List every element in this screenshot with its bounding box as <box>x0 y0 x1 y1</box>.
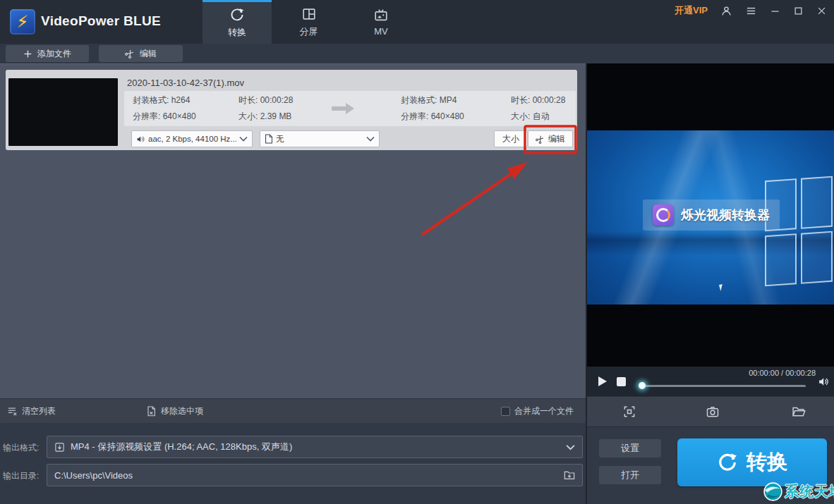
seek-slider[interactable] <box>639 385 806 387</box>
source-resolution-label: 分辨率: <box>133 111 160 121</box>
file-info-panel: 封装格式: h264 分辨率: 640×480 时长: 00:00:28 大小:… <box>124 91 576 126</box>
stop-button[interactable] <box>617 377 626 386</box>
snapshot-camera-icon[interactable] <box>706 405 720 419</box>
edit-toolbar-button[interactable]: 编辑 <box>99 45 183 62</box>
audio-track-select[interactable]: aac, 2 Kbps, 44100 Hz... <box>131 130 253 147</box>
video-frame: 烁光视频转换器 <box>587 130 834 305</box>
preview-tools-bar <box>587 396 834 426</box>
maximize-button[interactable] <box>793 6 804 16</box>
play-button[interactable] <box>598 376 607 386</box>
subtitle-select[interactable]: 无 <box>260 130 380 147</box>
app-title: VideoPower BLUE <box>41 13 161 29</box>
output-format-value: MP4 - 保持源视频设置 (H.264; AAC, 128Kbps, 双声道) <box>71 441 560 453</box>
target-duration-value: 00:00:28 <box>533 95 566 105</box>
refresh-icon <box>229 7 245 23</box>
output-dir-value: C:\Users\pc\Videos <box>54 470 558 481</box>
source-size-label: 大小: <box>238 111 258 121</box>
tab-convert-label: 转换 <box>228 26 246 39</box>
site-watermark: 系统天地 <box>763 482 834 501</box>
settings-label: 设置 <box>621 442 639 455</box>
output-dir-input[interactable]: C:\Users\pc\Videos <box>47 464 583 486</box>
format-icon <box>54 442 65 453</box>
size-button[interactable]: 大小 <box>494 130 528 147</box>
target-format-label: 封装格式: <box>401 95 437 105</box>
globe-icon <box>763 482 782 501</box>
subtitle-file-icon <box>265 134 273 144</box>
file-name: 2020-11-03-10-42-37(1).mov <box>127 78 244 88</box>
tv-icon <box>373 7 389 23</box>
list-action-bar: 清空列表 移除选中项 合并成一个文件 <box>0 398 586 423</box>
source-duration-label: 时长: <box>238 95 258 105</box>
open-folder-icon[interactable] <box>792 405 806 419</box>
add-files-button[interactable]: 添加文件 <box>6 45 89 62</box>
cursor-icon <box>719 283 727 291</box>
close-button[interactable] <box>816 6 827 16</box>
add-files-label: 添加文件 <box>37 48 71 60</box>
edit-file-button[interactable]: 编辑 <box>528 130 573 147</box>
folder-save-icon[interactable] <box>564 470 575 480</box>
target-resolution-value: 640×480 <box>431 111 464 121</box>
tab-split-label: 分屏 <box>300 25 318 38</box>
clear-list-label: 清空列表 <box>22 405 56 417</box>
output-format-select[interactable]: MP4 - 保持源视频设置 (H.264; AAC, 128Kbps, 双声道) <box>47 436 583 458</box>
remove-selected-button[interactable]: 移除选中项 <box>147 405 203 417</box>
video-watermark: 烁光视频转换器 <box>643 199 780 231</box>
target-size-value: 自动 <box>533 111 550 121</box>
merge-label: 合并成一个文件 <box>514 405 574 417</box>
title-bar: ⚡ VideoPower BLUE 转换 分屏 MV 开通VIP <box>0 0 834 44</box>
target-duration-label: 时长: <box>511 95 530 105</box>
preview-panel: 烁光视频转换器 00:00:00 / 00:00:28 <box>586 63 834 504</box>
volume-icon[interactable] <box>818 376 830 388</box>
edit-file-label: 编辑 <box>548 133 565 145</box>
vip-upgrade-link[interactable]: 开通VIP <box>675 4 708 17</box>
split-screen-icon <box>301 6 317 22</box>
player-controls: 00:00:00 / 00:00:28 <box>587 367 834 396</box>
seek-handle[interactable] <box>639 382 646 389</box>
merge-checkbox[interactable] <box>501 407 510 416</box>
tab-mv-label: MV <box>374 26 388 37</box>
output-format-label: 输出格式: <box>3 442 39 454</box>
tab-split-screen[interactable]: 分屏 <box>272 0 346 44</box>
source-format-value: h264 <box>171 95 191 105</box>
clear-list-icon <box>7 406 18 417</box>
chevron-down-icon <box>239 136 248 142</box>
size-button-label: 大小 <box>502 133 519 145</box>
tab-convert[interactable]: 转换 <box>203 0 272 44</box>
source-size-value: 2.39 MB <box>260 111 292 121</box>
settings-button[interactable]: 设置 <box>599 439 661 457</box>
subtitle-value: 无 <box>276 134 363 145</box>
open-output-button[interactable]: 打开 <box>599 466 661 484</box>
convert-button[interactable]: 转换 <box>677 438 827 486</box>
file-list: 烁光视频转换器 2020-11-03-10-42-37(1).mov 封装格式:… <box>0 63 586 398</box>
scissors-icon <box>536 135 545 144</box>
remove-file-icon <box>147 406 157 417</box>
time-display: 00:00:00 / 00:00:28 <box>749 369 816 377</box>
target-format-value: MP4 <box>440 95 457 105</box>
file-thumbnail: 烁光视频转换器 <box>8 78 118 146</box>
convert-label: 转换 <box>747 448 787 477</box>
fullscreen-icon[interactable] <box>622 405 636 419</box>
convert-direction-arrow-icon <box>330 102 356 116</box>
source-resolution-value: 640×480 <box>163 111 196 121</box>
windows-logo <box>765 176 833 287</box>
refresh-icon <box>717 452 738 473</box>
speaker-icon <box>136 135 145 144</box>
menu-icon[interactable] <box>745 5 757 17</box>
file-row[interactable]: 烁光视频转换器 2020-11-03-10-42-37(1).mov 封装格式:… <box>6 70 577 150</box>
target-size-label: 大小: <box>511 111 530 121</box>
scissors-icon <box>125 49 135 59</box>
chevron-down-icon <box>366 136 375 142</box>
video-preview[interactable]: 烁光视频转换器 <box>587 63 834 367</box>
account-icon[interactable] <box>720 5 732 17</box>
merge-files-toggle[interactable]: 合并成一个文件 <box>501 405 574 417</box>
clear-list-button[interactable]: 清空列表 <box>7 405 56 417</box>
minimize-button[interactable] <box>770 6 780 16</box>
output-dir-label: 输出目录: <box>3 470 39 482</box>
remove-selected-label: 移除选中项 <box>161 405 203 417</box>
audio-track-value: aac, 2 Kbps, 44100 Hz... <box>148 135 236 143</box>
target-resolution-label: 分辨率: <box>401 111 428 121</box>
tab-mv[interactable]: MV <box>346 0 416 44</box>
app-logo-icon: ⚡ <box>10 9 35 35</box>
toolbar: 添加文件 编辑 <box>0 44 834 63</box>
output-settings-area: 输出格式: MP4 - 保持源视频设置 (H.264; AAC, 128Kbps… <box>0 423 586 504</box>
